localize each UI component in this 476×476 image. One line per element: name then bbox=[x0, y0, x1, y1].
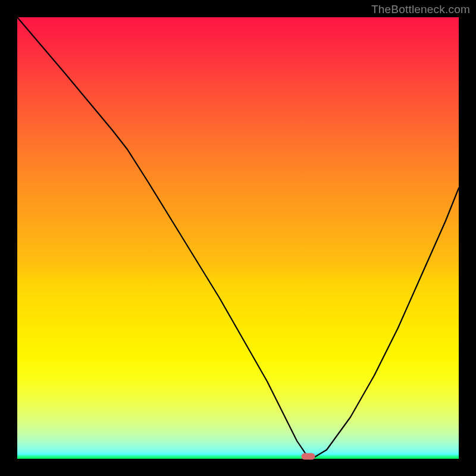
chart-frame: TheBottleneck.com bbox=[0, 0, 476, 476]
plot-area bbox=[17, 17, 459, 459]
bottleneck-curve bbox=[17, 17, 459, 457]
highlight-marker bbox=[302, 453, 315, 460]
watermark-text: TheBottleneck.com bbox=[371, 4, 470, 15]
curve-svg bbox=[17, 17, 459, 459]
